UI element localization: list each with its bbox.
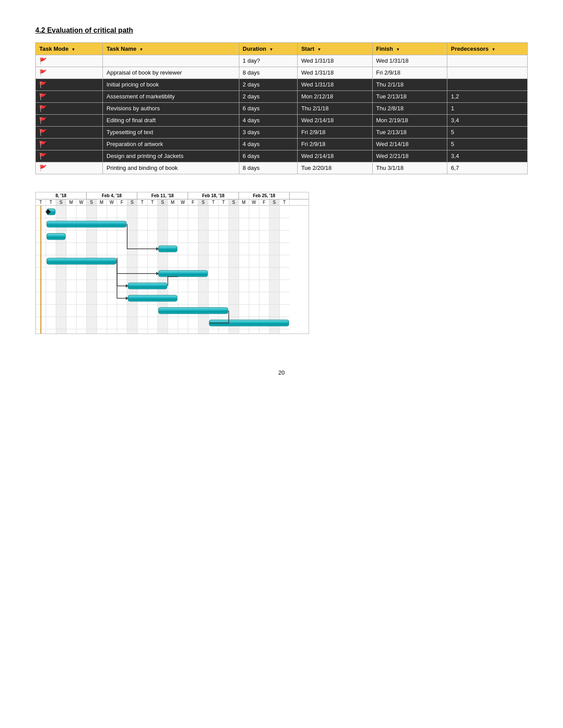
table-row: 🚩Preparation of artwork4 daysFri 2/9/18W… (36, 139, 528, 150)
col-header-duration[interactable]: Duration ▼ (239, 43, 298, 55)
task-predecessors-cell: 3,4 (447, 115, 528, 127)
task-name-cell: Typesetting of text (103, 127, 239, 139)
col-header-name[interactable]: Task Name ▼ (103, 43, 239, 55)
task-mode-icon: 🚩 (39, 165, 47, 172)
task-mode-icon: 🚩 (39, 141, 47, 148)
table-row: 🚩Editing of final draft4 daysWed 2/14/18… (36, 115, 528, 127)
task-start-cell: Wed 2/14/18 (298, 115, 373, 127)
task-start-cell: Wed 1/31/18 (298, 79, 373, 91)
task-mode-cell: 🚩 (36, 67, 103, 79)
finish-dropdown-arrow[interactable]: ▼ (396, 47, 400, 52)
task-start-cell: Wed 1/31/18 (298, 67, 373, 79)
section-title: 4.2 Evaluation of critical path (35, 26, 528, 34)
duration-dropdown-arrow[interactable]: ▼ (269, 47, 273, 52)
task-mode-cell: 🚩 (36, 162, 103, 174)
task-start-cell: Wed 2/14/18 (298, 150, 373, 162)
task-name-cell: Editing of final draft (103, 115, 239, 127)
table-row: 🚩Typesetting of text3 daysFri 2/9/18Tue … (36, 127, 528, 139)
svg-rect-49 (128, 283, 167, 289)
task-start-cell: Fri 2/9/18 (298, 139, 373, 150)
task-mode-cell: 🚩 (36, 91, 103, 103)
task-mode-cell: 🚩 (36, 115, 103, 127)
table-row: 🚩Revisions by authors6 daysThu 2/1/18Thu… (36, 103, 528, 115)
task-name-cell: Appraisal of book by reviewer (103, 67, 239, 79)
pred-dropdown-arrow[interactable]: ▼ (491, 47, 495, 52)
svg-rect-48 (159, 270, 208, 277)
task-mode-cell: 🚩 (36, 127, 103, 139)
task-duration-cell: 8 days (239, 67, 298, 79)
col-header-predecessors[interactable]: Predecessors ▼ (447, 43, 528, 55)
svg-rect-50 (128, 295, 177, 301)
task-start-cell: Fri 2/9/18 (298, 127, 373, 139)
col-header-start[interactable]: Start ▼ (298, 43, 373, 55)
task-duration-cell: 4 days (239, 115, 298, 127)
task-start-cell: Mon 2/12/18 (298, 91, 373, 103)
task-name-cell (103, 55, 239, 67)
task-duration-cell: 1 day? (239, 55, 298, 67)
table-row: 🚩1 day?Wed 1/31/18Wed 1/31/18 (36, 55, 528, 67)
svg-rect-51 (159, 308, 228, 314)
task-mode-cell: 🚩 (36, 55, 103, 67)
svg-rect-29 (269, 206, 280, 334)
task-name-cell: Revisions by authors (103, 103, 239, 115)
col-header-mode[interactable]: Task Mode ▼ (36, 43, 103, 55)
task-name-cell: Preparation of artwork (103, 139, 239, 150)
col-header-finish[interactable]: Finish ▼ (372, 43, 447, 55)
svg-rect-15 (158, 206, 168, 334)
task-predecessors-cell: 1 (447, 103, 528, 115)
svg-rect-44 (47, 221, 126, 227)
task-mode-icon: 🚩 (39, 153, 47, 160)
task-duration-cell: 4 days (239, 139, 298, 150)
task-mode-icon: 🚩 (39, 117, 47, 124)
svg-rect-45 (47, 233, 65, 240)
task-predecessors-cell: 5 (447, 127, 528, 139)
task-duration-cell: 2 days (239, 79, 298, 91)
task-predecessors-cell: 3,4 (447, 150, 528, 162)
gantt-header: 8, '18Feb 4, '18Feb 11, '18Feb 18, '18Fe… (36, 192, 309, 206)
task-predecessors-cell (447, 55, 528, 67)
task-duration-cell: 3 days (239, 127, 298, 139)
task-finish-cell: Thu 2/1/18 (372, 79, 447, 91)
task-predecessors-cell (447, 67, 528, 79)
task-predecessors-cell: 6,7 (447, 162, 528, 174)
page-number: 20 (35, 369, 528, 376)
task-table: Task Mode ▼ Task Name ▼ Duration ▼ Start… (35, 42, 528, 174)
task-mode-icon: 🚩 (39, 81, 47, 88)
table-row: 🚩Design and printing of Jackets6 daysWed… (36, 150, 528, 162)
task-duration-cell: 2 days (239, 91, 298, 103)
table-row: 🚩Printing and binding of book8 daysTue 2… (36, 162, 528, 174)
task-finish-cell: Thu 2/8/18 (372, 103, 447, 115)
task-mode-icon: 🚩 (39, 93, 47, 100)
task-finish-cell: Tue 2/13/18 (372, 91, 447, 103)
task-finish-cell: Wed 2/14/18 (372, 139, 447, 150)
task-predecessors-cell (447, 79, 528, 91)
mode-dropdown-arrow[interactable]: ▼ (72, 47, 76, 52)
task-predecessors-cell: 1,2 (447, 91, 528, 103)
task-mode-cell: 🚩 (36, 79, 103, 91)
task-mode-icon: 🚩 (39, 57, 47, 64)
svg-rect-46 (159, 246, 177, 252)
start-dropdown-arrow[interactable]: ▼ (317, 47, 321, 52)
task-finish-cell: Wed 2/21/18 (372, 150, 447, 162)
task-start-cell: Tue 2/20/18 (298, 162, 373, 174)
svg-rect-11 (127, 206, 137, 334)
task-start-cell: Wed 1/31/18 (298, 55, 373, 67)
task-duration-cell: 8 days (239, 162, 298, 174)
svg-rect-24 (229, 206, 239, 334)
table-row: 🚩Initial pricing of book2 daysWed 1/31/1… (36, 79, 528, 91)
svg-rect-47 (47, 258, 116, 264)
svg-rect-20 (198, 206, 208, 334)
task-name-cell: Printing and binding of book (103, 162, 239, 174)
task-predecessors-cell: 5 (447, 139, 528, 150)
task-mode-cell: 🚩 (36, 139, 103, 150)
task-finish-cell: Thu 3/1/18 (372, 162, 447, 174)
gantt-body (36, 206, 309, 334)
task-duration-cell: 6 days (239, 103, 298, 115)
task-finish-cell: Mon 2/19/18 (372, 115, 447, 127)
task-mode-icon: 🚩 (39, 105, 47, 112)
task-name-cell: Assessment of marketiblity (103, 91, 239, 103)
name-dropdown-arrow[interactable]: ▼ (140, 47, 144, 52)
task-finish-cell: Wed 1/31/18 (372, 55, 447, 67)
task-finish-cell: Fri 2/9/18 (372, 67, 447, 79)
task-mode-cell: 🚩 (36, 150, 103, 162)
